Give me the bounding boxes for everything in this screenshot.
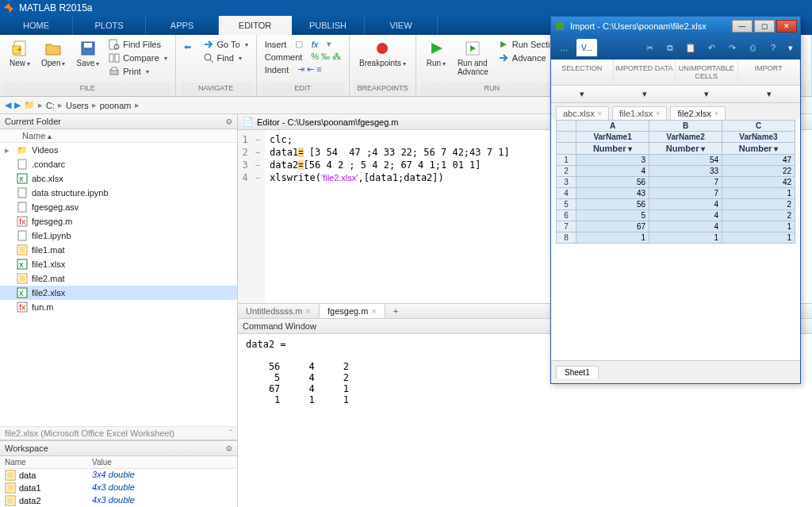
run-advance-button[interactable]: Run and Advance xyxy=(453,38,493,78)
maximize-button[interactable]: ▢ xyxy=(754,20,775,33)
goto-button[interactable]: Go To xyxy=(200,38,251,51)
import-tab-file1[interactable]: file1.xlsx× xyxy=(612,106,667,120)
comment-button[interactable]: Comment % ‰ ⁂ xyxy=(262,51,344,63)
file-row[interactable]: xabc.xlsx xyxy=(0,171,237,186)
nav-fwd-icon[interactable]: ▶ xyxy=(14,100,21,110)
imported-dropdown[interactable]: ▾ xyxy=(614,86,676,102)
file-row[interactable]: file2.mat xyxy=(0,271,237,286)
file-list[interactable]: ▸📁Videos.condarcxabc.xlsxdata structure.… xyxy=(0,143,237,426)
close-icon[interactable]: × xyxy=(656,109,660,117)
crumb-drive[interactable]: C: xyxy=(46,101,55,110)
file-row[interactable]: fxfun.m xyxy=(0,300,237,314)
editor-title: Editor - C:\Users\poonam\fgesgeg.m xyxy=(257,117,399,127)
print-icon[interactable]: ⎙ xyxy=(745,40,760,56)
svg-rect-28 xyxy=(19,275,25,282)
find-button[interactable]: Find xyxy=(200,52,251,64)
table-row[interactable]: 44371 xyxy=(557,188,795,199)
import-tab-file2[interactable]: file2.xlsx× xyxy=(670,106,725,120)
tab-view[interactable]: VIEW xyxy=(365,16,438,35)
tab-untitled[interactable]: Untitledssss.m× xyxy=(238,304,320,318)
breakpoints-button[interactable]: Breakpoints xyxy=(354,38,411,69)
run-button[interactable]: Run xyxy=(421,38,451,69)
save-button[interactable]: Save xyxy=(71,38,104,69)
panel-menu-icon[interactable]: ⊙ xyxy=(226,117,232,125)
copy-icon[interactable]: ⧉ xyxy=(662,40,678,56)
table-row[interactable]: 356742 xyxy=(557,177,795,188)
workspace-row[interactable]: data3x4 double xyxy=(0,469,237,482)
file-row[interactable]: file1.mat xyxy=(0,243,237,257)
paste-icon[interactable]: 📋 xyxy=(683,40,699,56)
table-row[interactable]: 243322 xyxy=(557,166,795,177)
open-button[interactable]: Open xyxy=(36,38,70,69)
redo-icon[interactable]: ↷ xyxy=(724,40,740,56)
indent-button[interactable]: Indent ⇥ ⇤ ≡ xyxy=(262,63,344,75)
table-row[interactable]: 55642 xyxy=(557,199,795,210)
ws-col-name[interactable]: Name xyxy=(0,456,87,468)
nav-back[interactable]: ⬅ xyxy=(181,41,198,54)
svg-rect-39 xyxy=(556,22,564,30)
import-tab-abc[interactable]: abc.xlsx× xyxy=(556,106,609,120)
close-icon[interactable]: × xyxy=(371,306,376,316)
svg-rect-18 xyxy=(18,188,26,198)
close-button[interactable]: ✕ xyxy=(776,20,797,33)
file-row[interactable]: fgesgeg.asv xyxy=(0,200,237,214)
line-gutter[interactable]: 1 − 2 − 3 − 4 − xyxy=(238,130,265,303)
ws-col-value[interactable]: Value xyxy=(87,456,117,468)
expand-icon[interactable]: ˆ xyxy=(229,428,232,438)
find-files-button[interactable]: Find Files xyxy=(105,38,170,51)
workspace-row[interactable]: data14x3 double xyxy=(0,482,237,494)
crumb-poonam[interactable]: poonam xyxy=(100,101,132,110)
file-row[interactable]: file1.ipynb xyxy=(0,229,237,243)
selection-dropdown[interactable]: ▾ xyxy=(551,86,614,102)
tab-editor[interactable]: EDITOR xyxy=(219,16,292,35)
print-button[interactable]: Print xyxy=(105,65,170,78)
import-window[interactable]: Import - C:\Users\poonam\file2.xlsx — ▢ … xyxy=(550,16,801,384)
crumb-users[interactable]: Users xyxy=(66,101,89,110)
import-data-grid[interactable]: ABC VarName1VarName2VarName3 Number ▾Num… xyxy=(556,120,795,244)
navigate-group-label: NAVIGATE xyxy=(181,83,251,94)
help-icon[interactable]: ? xyxy=(765,40,781,56)
toolbar-tab[interactable]: V... xyxy=(576,39,597,56)
cut-icon[interactable]: ✂ xyxy=(642,40,657,56)
workspace-row[interactable]: data24x3 double xyxy=(0,494,237,507)
unimportable-dropdown[interactable]: ▾ xyxy=(676,86,738,102)
tab-plots[interactable]: PLOTS xyxy=(73,16,146,35)
compare-button[interactable]: Compare xyxy=(105,52,170,64)
insert-button[interactable]: Insert ▢ fx ▾ xyxy=(262,38,344,50)
table-row[interactable]: 76741 xyxy=(557,221,795,232)
tab-fgesgeg[interactable]: fgesgeg.m× xyxy=(320,304,385,318)
tab-apps[interactable]: APPS xyxy=(146,16,219,35)
file-row[interactable]: ▸📁Videos xyxy=(0,143,237,157)
svg-rect-22 xyxy=(18,231,26,240)
file-row[interactable]: data structure.ipynb xyxy=(0,186,237,200)
table-row[interactable]: 135447 xyxy=(557,155,795,166)
file-row[interactable]: xfile1.xlsx xyxy=(0,257,237,271)
toolbar-back[interactable]: … xyxy=(556,40,572,56)
tab-publish[interactable]: PUBLISH xyxy=(292,16,365,35)
sheet-tab[interactable]: Sheet1 xyxy=(556,366,599,378)
undo-icon[interactable]: ↶ xyxy=(703,40,719,56)
minimize-button[interactable]: — xyxy=(732,20,753,33)
table-row[interactable]: 8111 xyxy=(557,232,795,244)
nav-back-icon[interactable]: ◀ xyxy=(5,100,11,110)
toolbar-more[interactable]: ▾ xyxy=(786,43,795,52)
svg-rect-24 xyxy=(19,247,25,253)
panel-menu-icon[interactable]: ⊙ xyxy=(226,444,232,452)
add-tab-button[interactable]: + xyxy=(385,304,406,318)
file-status: file2.xlsx (Microsoft Office Excel Works… xyxy=(0,426,237,440)
folder-icon: 📁 xyxy=(24,100,35,110)
code-area[interactable]: clc; data1= [3 54 47 ;4 33 22; 56 7 42;4… xyxy=(265,130,515,303)
file-row[interactable]: xfile2.xlsx xyxy=(0,286,237,300)
close-icon[interactable]: × xyxy=(306,306,311,316)
import-titlebar[interactable]: Import - C:\Users\poonam\file2.xlsx — ▢ … xyxy=(551,17,800,36)
file-row[interactable]: .condarc xyxy=(0,157,237,171)
import-dropdown[interactable]: ▾ xyxy=(738,86,801,102)
tab-home[interactable]: HOME xyxy=(0,16,73,35)
file-name-column[interactable]: Name ▴ xyxy=(0,129,237,143)
file-row[interactable]: fxfgesgeg.m xyxy=(0,214,237,229)
table-row[interactable]: 6542 xyxy=(557,210,795,221)
new-button[interactable]: +New xyxy=(5,38,35,69)
workspace-header: Workspace⊙ xyxy=(0,441,237,456)
close-icon[interactable]: × xyxy=(598,109,602,117)
close-icon[interactable]: × xyxy=(714,109,718,117)
